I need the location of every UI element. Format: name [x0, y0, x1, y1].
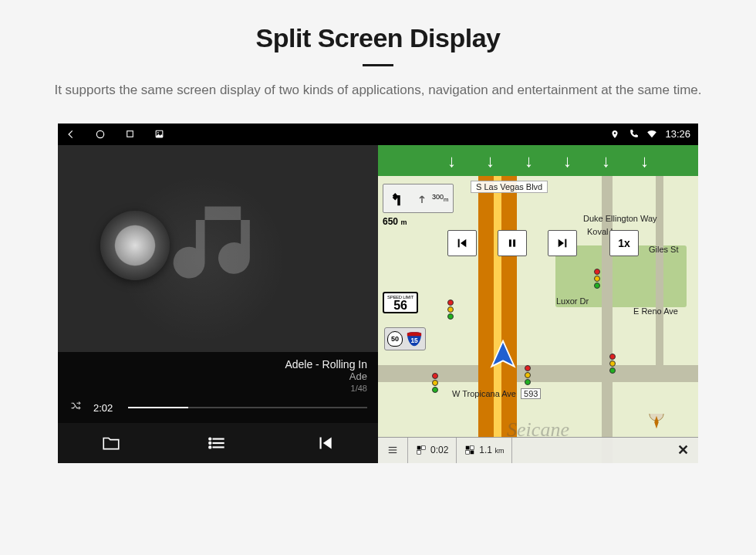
- street-label: Duke Ellington Way: [579, 213, 662, 224]
- clock-text: 13:26: [665, 128, 690, 140]
- street-label: Luxor Dr: [552, 296, 593, 306]
- svg-point-0: [96, 130, 103, 137]
- svg-rect-20: [422, 446, 426, 450]
- interstate-shield: 15: [406, 330, 423, 347]
- recent-square-icon[interactable]: [124, 129, 135, 140]
- page-subtitle: It supports the same screen display of t…: [31, 80, 725, 100]
- lane-arrow-icon: ↓: [563, 151, 572, 171]
- sim-prev-button[interactable]: [447, 230, 477, 256]
- street-label: S Las Vegas Blvd: [471, 181, 548, 193]
- svg-rect-14: [565, 239, 566, 247]
- back-icon[interactable]: [66, 129, 76, 140]
- image-icon: [154, 129, 164, 140]
- map-close-button[interactable]: ✕: [667, 442, 698, 459]
- lane-arrow-icon: ↓: [602, 151, 610, 171]
- svg-rect-19: [417, 446, 421, 450]
- lane-arrow-icon: ↓: [486, 151, 494, 171]
- device-frame: 13:26 Adele - Rolling In Ade 1/48 2:02: [58, 124, 698, 463]
- next-turn-panel: 300m: [383, 184, 454, 213]
- music-panel: Adele - Rolling In Ade 1/48 2:02: [58, 145, 378, 463]
- map-panel[interactable]: ↓ ↓ ↓ ↓ ↓ ↓ S Las Vegas Blvd Duke Elling…: [378, 145, 698, 463]
- sim-time: 0:02: [408, 438, 457, 463]
- album-art-area: [58, 145, 378, 352]
- route-shields: 50 15: [384, 327, 426, 350]
- wifi-icon: [646, 129, 657, 140]
- svg-rect-21: [417, 451, 421, 455]
- music-note-icon: [164, 193, 272, 304]
- map-menu-button[interactable]: [378, 438, 408, 463]
- svg-point-4: [614, 132, 616, 134]
- map-bottom-bar: 0:02 1.1 km ✕: [378, 437, 698, 463]
- lane-arrow-icon: ↓: [447, 151, 456, 171]
- track-index: 1/48: [69, 384, 367, 393]
- progress-bar[interactable]: [128, 407, 367, 408]
- home-circle-icon[interactable]: [95, 129, 106, 140]
- phone-icon: [628, 129, 639, 140]
- approach-distance: 650 m: [383, 216, 407, 227]
- svg-rect-1: [127, 131, 133, 137]
- svg-point-3: [157, 132, 159, 134]
- svg-point-9: [210, 442, 211, 443]
- svg-point-10: [210, 446, 211, 448]
- svg-text:15: 15: [410, 337, 418, 343]
- svg-rect-26: [471, 451, 474, 455]
- speed-limit-sign: SPEED LIMIT 56: [383, 292, 418, 313]
- shuffle-icon[interactable]: [69, 401, 84, 415]
- compass-icon[interactable]: [648, 414, 665, 434]
- prev-track-button[interactable]: [314, 432, 336, 454]
- lane-arrow-icon: ↓: [640, 151, 649, 171]
- location-icon: [609, 129, 620, 140]
- svg-rect-23: [466, 446, 470, 450]
- page-title: Split Screen Display: [31, 23, 725, 53]
- track-title: Adele - Rolling In: [69, 358, 367, 371]
- lane-guidance-bar: [378, 145, 698, 176]
- svg-rect-11: [458, 239, 460, 247]
- music-bottom-bar: [58, 423, 378, 463]
- vehicle-pointer-icon: [486, 338, 520, 375]
- sim-speed-button[interactable]: 1x: [609, 230, 639, 256]
- svg-rect-24: [471, 446, 474, 450]
- svg-point-8: [210, 438, 211, 439]
- playlist-button[interactable]: [207, 432, 228, 454]
- street-label: Giles St: [644, 244, 683, 255]
- svg-rect-25: [466, 451, 470, 455]
- status-bar: 13:26: [58, 124, 698, 145]
- folder-button[interactable]: [100, 432, 122, 454]
- play-disc-icon[interactable]: [100, 211, 170, 280]
- track-artist: Ade: [69, 371, 367, 382]
- svg-rect-12: [509, 239, 511, 246]
- us-route-shield: 50: [387, 331, 403, 347]
- sim-distance: 1.1 km: [457, 438, 512, 463]
- elapsed-time: 2:02: [93, 402, 113, 414]
- sim-pause-button[interactable]: [498, 230, 527, 256]
- sim-next-button[interactable]: [548, 230, 577, 256]
- svg-rect-13: [513, 239, 515, 246]
- title-underline: [363, 64, 393, 66]
- street-label: W Tropicana Ave 593: [447, 388, 545, 399]
- street-label: E Reno Ave: [629, 306, 683, 316]
- lane-arrow-icon: ↓: [525, 151, 533, 171]
